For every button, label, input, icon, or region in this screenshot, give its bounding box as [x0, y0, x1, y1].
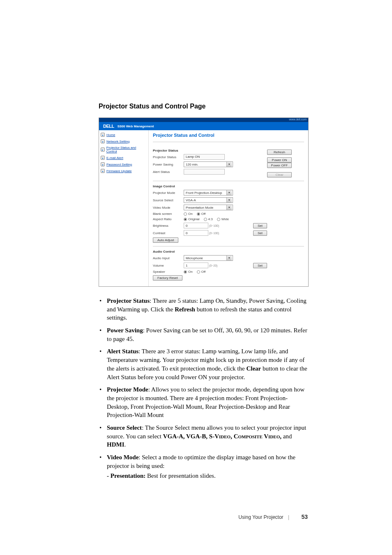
dell-com-link[interactable]: www.dell.com: [289, 118, 307, 121]
volume-input[interactable]: 1: [184, 263, 208, 268]
nav-icon: ▸: [101, 162, 105, 166]
sidebar-item-label: Network Setting: [106, 140, 129, 143]
bullet-bold: Refresh: [175, 306, 195, 313]
aspect-43-radio[interactable]: 4:3: [204, 217, 213, 221]
bullet-bold: Clear: [246, 365, 261, 372]
source-select-label: Source Select: [153, 198, 184, 202]
sidebar-item-firmware[interactable]: ▸ Firmware Update: [101, 169, 147, 173]
power-off-button[interactable]: Power OFF: [267, 163, 292, 168]
volume-set-button[interactable]: Set: [253, 263, 267, 268]
bullet-lead: Projector Mode: [107, 386, 148, 393]
radio-icon: [197, 212, 200, 216]
speaker-label: Speaker: [153, 270, 184, 274]
sidebar-item-network[interactable]: ▸ Network Setting: [101, 139, 147, 143]
bullet-power-saving: Power Saving: Power Saving can be set to…: [99, 326, 308, 343]
sidebar-item-label: Password Setting: [106, 163, 132, 166]
sidebar-item-label: E-mail Alert: [106, 156, 123, 160]
speaker-off-radio[interactable]: Off: [197, 270, 206, 274]
sidebar-item-password[interactable]: ▸ Password Setting: [101, 162, 147, 166]
bullet-alert-status: Alert Status: There are 3 error status: …: [99, 347, 308, 381]
bullet-list: Projector Status: There are 5 status: La…: [99, 297, 308, 480]
power-saving-select[interactable]: 120 min.: [184, 161, 233, 167]
sidebar-item-email-alert[interactable]: ▸ E-mail Alert: [101, 156, 147, 160]
brightness-range: (0~100): [209, 224, 219, 227]
factory-reset-button[interactable]: Factory Reset: [153, 275, 182, 281]
power-on-button[interactable]: Power ON: [267, 157, 292, 163]
auto-adjust-button[interactable]: Auto Adjust: [153, 237, 178, 243]
bullet-lead: Video Mode: [107, 454, 138, 461]
radio-icon: [184, 270, 187, 274]
bullet-text: .: [125, 441, 126, 448]
divider: [153, 181, 304, 181]
contrast-range: (0~100): [209, 232, 219, 235]
projector-status-value: Lamp ON: [184, 154, 225, 160]
radio-icon: [217, 218, 220, 221]
page-footer: Using Your Projector | 53: [238, 514, 308, 520]
volume-label: Volume: [153, 264, 184, 267]
section-title: Projector Status and Control Page: [99, 103, 308, 110]
radio-icon: [204, 218, 207, 221]
radio-icon: [197, 270, 200, 274]
divider: [153, 142, 304, 142]
audio-input-select[interactable]: Microphone: [184, 255, 233, 261]
radio-label: 4:3: [208, 217, 213, 221]
header-subtitle: S300 Web Management: [118, 124, 154, 128]
bullet-hdmi: HDMI: [107, 441, 125, 448]
bullet-lead: Source Select: [107, 424, 142, 431]
sidebar-item-label: Home: [106, 133, 115, 137]
bullet-subnote: - Presentation: Best for presentation sl…: [107, 472, 308, 480]
nav-icon: ▸: [101, 147, 105, 152]
screenshot-container: www.dell.com DELL S300 Web Management ▸ …: [99, 117, 309, 287]
bullet-video-mode: Video Mode: Select a mode to optimize th…: [99, 453, 308, 480]
bullet-projector-status: Projector Status: There are 5 status: La…: [99, 297, 308, 322]
bullet-source-select: Source Select: The Source Select menu al…: [99, 424, 308, 449]
radio-label: On: [188, 270, 193, 274]
bullet-lead: Power Saving: [107, 327, 143, 334]
nav-icon: ▸: [101, 156, 105, 160]
speaker-on-radio[interactable]: On: [184, 270, 193, 274]
aspect-original-radio[interactable]: Original: [184, 217, 200, 221]
refresh-button[interactable]: Refresh: [267, 150, 292, 155]
nav-icon: ▸: [101, 169, 105, 173]
sidebar-item-status-control[interactable]: ▸ Projector Status and Control: [101, 146, 147, 153]
radio-label: Off: [201, 212, 206, 216]
radio-icon: [184, 218, 187, 221]
audio-control-heading: Audio Control: [153, 250, 304, 253]
video-mode-label: Video Mode: [153, 206, 184, 210]
source-select[interactable]: VGA-A: [184, 197, 233, 203]
bullet-lead: Projector Status: [107, 297, 150, 304]
image-control-heading: Image Control: [153, 184, 304, 188]
clear-button[interactable]: Clear: [267, 172, 292, 177]
blank-off-radio[interactable]: Off: [197, 212, 206, 216]
nav-icon: ▸: [101, 133, 105, 137]
blank-on-radio[interactable]: On: [184, 212, 193, 216]
aspect-wide-radio[interactable]: Wide: [217, 217, 229, 221]
video-mode-select[interactable]: Presentation Mode: [184, 205, 233, 210]
contrast-set-button[interactable]: Set: [253, 230, 267, 236]
main-panel: Projector Status and Control Projector S…: [148, 130, 308, 286]
divider: [153, 246, 304, 246]
projector-mode-label: Projector Mode: [153, 191, 184, 195]
brightness-input[interactable]: 0: [184, 223, 208, 228]
bullet-sources: VGA-A, VGA-B, S-Video, Composite Video,: [163, 433, 281, 440]
footer-page-number: 53: [301, 514, 308, 520]
radio-icon: [184, 212, 187, 216]
projector-mode-select[interactable]: Front Projection-Desktop: [184, 190, 233, 196]
projector-status-label: Projector Status: [153, 155, 184, 159]
header-bar: DELL S300 Web Management: [99, 122, 308, 130]
radio-label: Wide: [221, 217, 229, 221]
brightness-set-button[interactable]: Set: [253, 223, 267, 228]
volume-range: (0~20): [209, 264, 217, 267]
bullet-lead: Alert Status: [107, 348, 138, 355]
nav-icon: ▸: [101, 139, 105, 143]
sidebar-item-label: Projector Status and Control: [106, 146, 147, 153]
contrast-input[interactable]: 0: [184, 230, 208, 236]
alert-status-value: [184, 169, 225, 175]
power-saving-label: Power Saving: [153, 163, 184, 166]
radio-label: On: [188, 212, 193, 216]
brightness-label: Brightness: [153, 224, 184, 228]
sidebar: ▸ Home ▸ Network Setting ▸ Projector Sta…: [99, 130, 148, 286]
sidebar-item-home[interactable]: ▸ Home: [101, 133, 147, 137]
sidebar-item-label: Firmware Update: [106, 169, 131, 173]
contrast-label: Contrast: [153, 231, 184, 235]
